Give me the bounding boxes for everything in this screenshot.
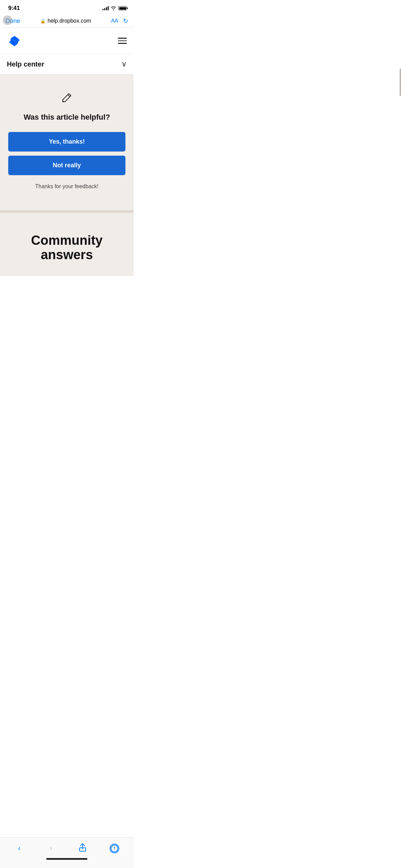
browser-bar: Done 🔒 help.dropbox.com AA ↻ <box>0 14 134 28</box>
battery-icon <box>118 6 127 10</box>
done-button[interactable]: Done <box>5 17 20 25</box>
text-size-button[interactable]: AA <box>111 18 118 24</box>
chevron-down-icon[interactable]: ∨ <box>121 60 127 69</box>
pencil-icon <box>61 92 73 107</box>
url-bar: 🔒 help.dropbox.com <box>24 18 107 24</box>
status-time: 9:41 <box>8 5 20 12</box>
status-icons <box>102 6 127 10</box>
feedback-section: Was this article helpful? Yes, thanks! N… <box>0 74 134 210</box>
refresh-button[interactable]: ↻ <box>123 17 128 25</box>
dropbox-logo[interactable] <box>7 33 22 48</box>
page: 9:41 Done <box>0 0 134 310</box>
community-title: Community answers <box>31 233 103 262</box>
yes-button[interactable]: Yes, thanks! <box>8 132 125 152</box>
nav-bar <box>0 28 134 54</box>
no-button[interactable]: Not really <box>8 156 125 175</box>
wifi-icon <box>111 6 116 10</box>
hamburger-menu[interactable] <box>118 38 127 44</box>
feedback-thanks: Thanks for your feedback! <box>35 183 99 190</box>
url-text: help.dropbox.com <box>48 18 91 24</box>
feedback-question: Was this article helpful? <box>24 113 110 122</box>
help-center-bar: Help center ∨ <box>0 54 134 74</box>
help-center-title: Help center <box>7 60 44 68</box>
community-section: Community answers <box>0 210 134 276</box>
signal-icon <box>102 6 109 10</box>
browser-actions: AA ↻ <box>111 17 128 25</box>
status-bar: 9:41 <box>0 0 134 14</box>
lock-icon: 🔒 <box>40 19 46 24</box>
